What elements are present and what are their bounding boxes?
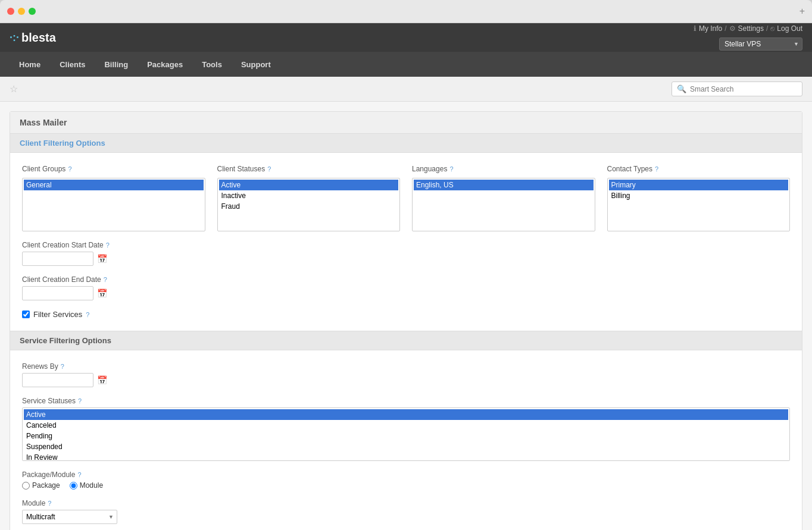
client-statuses-select[interactable]: Active Inactive Fraud	[217, 178, 401, 231]
logo: ·:· blesta	[10, 31, 56, 45]
end-date-input[interactable]	[22, 286, 93, 300]
contact-types-label: Contact Types ?	[607, 165, 791, 173]
card-header: Mass Mailer	[10, 112, 802, 134]
minimize-button[interactable]	[18, 8, 25, 15]
module-radio-label[interactable]: Module	[70, 481, 103, 490]
module-group: Module ? Multicraft	[22, 499, 790, 524]
contact-types-help-icon[interactable]: ?	[655, 165, 658, 173]
languages-label: Languages ?	[412, 165, 595, 173]
mass-mailer-card: Mass Mailer Client Filtering Options Cli…	[10, 111, 802, 530]
nav-tools[interactable]: Tools	[192, 52, 232, 77]
filter-services-row: Filter Services ?	[22, 310, 790, 319]
module-radio-text: Module	[80, 481, 103, 490]
package-radio-text: Package	[32, 481, 60, 490]
client-groups-help-icon[interactable]: ?	[68, 165, 71, 173]
module-radio[interactable]	[70, 482, 77, 490]
service-statuses-group: Service Statuses ? Active Canceled Pendi…	[22, 397, 790, 461]
top-right: ℹ My Info / ⚙ Settings / ⎋ Log Out Stell…	[694, 24, 802, 51]
package-module-group: Package/Module ? Package Module	[22, 471, 790, 490]
package-module-label: Package/Module ?	[22, 471, 790, 479]
start-date-group: Client Creation Start Date ? 📅	[22, 241, 790, 266]
separator-2: /	[766, 24, 768, 33]
filter-services-help-icon[interactable]: ?	[86, 311, 89, 318]
languages-group: Languages ? English, US	[412, 165, 595, 231]
service-statuses-help-icon[interactable]: ?	[78, 397, 82, 404]
client-groups-group: Client Groups ? General	[22, 165, 205, 231]
languages-help-icon[interactable]: ?	[449, 165, 453, 173]
start-date-help-icon[interactable]: ?	[106, 242, 110, 249]
client-groups-label: Client Groups ?	[22, 165, 205, 173]
filter-services-checkbox[interactable]	[22, 311, 30, 318]
end-date-wrap: 📅	[22, 286, 790, 300]
nav-packages[interactable]: Packages	[138, 52, 192, 77]
nav-billing[interactable]: Billing	[95, 52, 138, 77]
service-filtering-header: Service Filtering Options	[10, 331, 802, 350]
package-module-help-icon[interactable]: ?	[77, 471, 81, 478]
top-bar: ·:· blesta ℹ My Info / ⚙ Settings / ⎋ Lo…	[0, 23, 812, 52]
start-date-input[interactable]	[22, 252, 93, 266]
company-selector[interactable]: Stellar VPS	[719, 37, 802, 51]
module-select-wrap: Multicraft	[22, 510, 117, 524]
card-body: Client Filtering Options Client Groups ?…	[10, 134, 802, 530]
search-wrap: 🔍	[672, 81, 802, 96]
close-button[interactable]	[7, 8, 14, 15]
logout-link[interactable]: Log Out	[777, 24, 802, 33]
package-radio[interactable]	[22, 482, 30, 490]
start-date-wrap: 📅	[22, 252, 790, 266]
search-icon: 🔍	[677, 84, 686, 93]
search-bar: ☆ 🔍	[0, 77, 812, 102]
module-select[interactable]: Multicraft	[22, 510, 117, 524]
client-filtering-header: Client Filtering Options	[10, 134, 802, 153]
nav-home[interactable]: Home	[10, 52, 50, 77]
end-date-group: Client Creation End Date ? 📅	[22, 275, 790, 300]
renews-by-wrap: 📅	[22, 373, 790, 387]
nav-clients[interactable]: Clients	[50, 52, 95, 77]
window-chrome: +	[0, 0, 812, 23]
renews-by-help-icon[interactable]: ?	[61, 363, 64, 370]
languages-select[interactable]: English, US	[412, 178, 595, 231]
nav-bar: Home Clients Billing Packages Tools Supp…	[0, 52, 812, 77]
settings-link[interactable]: Settings	[738, 24, 764, 33]
contact-types-group: Contact Types ? Primary Billing	[607, 165, 791, 231]
traffic-lights	[7, 8, 36, 15]
client-groups-select[interactable]: General	[22, 178, 205, 231]
settings-icon: ⚙	[729, 24, 736, 33]
service-statuses-label: Service Statuses ?	[22, 397, 790, 405]
start-date-calendar-icon[interactable]: 📅	[97, 254, 107, 264]
star-icon[interactable]: ☆	[10, 83, 18, 95]
info-icon: ℹ	[694, 24, 697, 33]
service-statuses-select[interactable]: Active Canceled Pending Suspended In Rev…	[22, 407, 790, 461]
end-date-help-icon[interactable]: ?	[104, 276, 107, 283]
separator-1: /	[724, 24, 726, 33]
search-input[interactable]	[690, 85, 797, 93]
end-date-label: Client Creation End Date ?	[22, 275, 790, 284]
renews-by-group: Renews By ? 📅	[22, 362, 790, 387]
client-filtering-row: Client Groups ? General Client Statuses …	[22, 165, 790, 231]
filter-services-label: Filter Services	[33, 310, 82, 319]
maximize-button[interactable]	[29, 8, 36, 15]
renews-by-calendar-icon[interactable]: 📅	[97, 375, 107, 385]
top-links: ℹ My Info / ⚙ Settings / ⎋ Log Out	[694, 24, 802, 33]
logo-icon: ·:·	[10, 32, 19, 44]
renews-by-input[interactable]	[22, 373, 93, 387]
logo-text: blesta	[21, 31, 56, 45]
contact-types-select[interactable]: Primary Billing	[607, 178, 791, 231]
nav-support[interactable]: Support	[232, 52, 280, 77]
add-tab-button[interactable]: +	[799, 6, 805, 17]
company-selector-wrap: Stellar VPS	[719, 37, 802, 51]
logout-icon: ⎋	[770, 24, 774, 33]
start-date-label: Client Creation Start Date ?	[22, 241, 790, 249]
module-help-icon[interactable]: ?	[48, 500, 51, 507]
client-statuses-group: Client Statuses ? Active Inactive Fraud	[217, 165, 401, 231]
my-info-link[interactable]: My Info	[699, 24, 722, 33]
renews-by-label: Renews By ?	[22, 362, 790, 371]
client-statuses-label: Client Statuses ?	[217, 165, 401, 173]
pkg-module-row: Package Module	[22, 481, 790, 490]
client-statuses-help-icon[interactable]: ?	[267, 165, 271, 173]
module-label: Module ?	[22, 499, 790, 507]
package-radio-label[interactable]: Package	[22, 481, 60, 490]
end-date-calendar-icon[interactable]: 📅	[97, 288, 107, 298]
main-content: Mass Mailer Client Filtering Options Cli…	[0, 102, 812, 530]
